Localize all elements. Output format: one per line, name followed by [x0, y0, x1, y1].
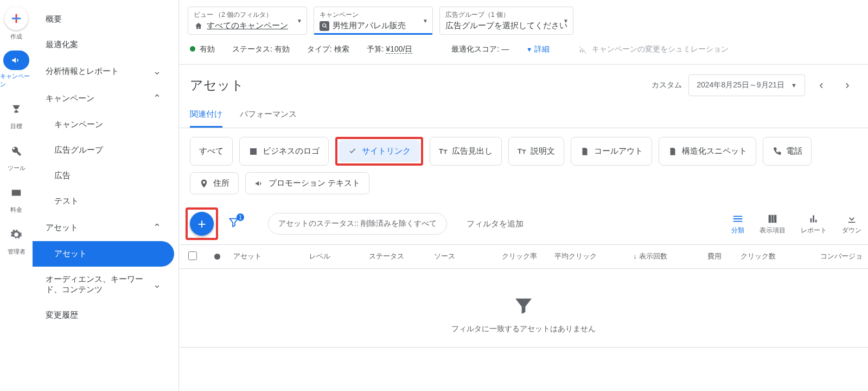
status-opt-score: 最適化スコア: — [451, 45, 509, 54]
plus-icon: + [197, 216, 206, 232]
th-avg-click[interactable]: 平均クリック [542, 245, 602, 268]
th-level[interactable]: レベル [304, 245, 363, 268]
chip-all[interactable]: すべて [190, 137, 233, 166]
sidebar-item-label: オーディエンス、キーワード、コンテンツ [46, 274, 153, 295]
crumb-label: ビュー （2 個のフィルタ） [194, 10, 301, 20]
th-status[interactable] [206, 245, 228, 268]
next-period-button[interactable]: › [838, 75, 857, 95]
chevron-down-icon: ⌄ [153, 65, 161, 77]
tool-label: ダウン [842, 226, 861, 235]
status-details-link[interactable]: ▼ 詳細 [526, 45, 550, 54]
sidebar-assets-group[interactable]: アセット⌃ [33, 214, 174, 241]
page-header: アセット カスタム 2024年8月25日～9月21日 ▼ ‹ › [179, 65, 868, 98]
date-range-selector[interactable]: 2024年8月25日～9月21日 ▼ [688, 74, 805, 96]
rail-goals[interactable]: 目標 [0, 98, 33, 130]
th-source[interactable]: ソース [429, 245, 488, 268]
sidebar-adgroups[interactable]: 広告グループ [33, 137, 174, 163]
sidebar-tests[interactable]: テスト [33, 188, 174, 214]
toolbar: + 1 アセットのステータス:: 削除済みを除くすべて フィルタを追加 分類 表… [179, 203, 868, 244]
image-icon [248, 147, 258, 156]
add-filter-link[interactable]: フィルタを追加 [467, 219, 524, 229]
th-asset[interactable]: アセット [228, 245, 304, 268]
sidebar-audiences[interactable]: オーディエンス、キーワード、コンテンツ⌄ [33, 267, 174, 302]
rail-create[interactable]: 作成 [0, 7, 33, 41]
crumb-value: すべてのキャンペーン [207, 21, 288, 31]
asset-type-chips: すべて ビジネスのロゴ サイトリンク Tᴛ 広告見出し Tᴛ 説明文 コールアウ… [179, 128, 868, 203]
chip-callout[interactable]: コールアウト [571, 137, 652, 166]
sidebar-assets[interactable]: アセット [33, 241, 174, 267]
th-checkbox[interactable] [179, 245, 206, 268]
tool-report[interactable]: レポート [801, 213, 827, 235]
crumb-adgroup[interactable]: 広告グループ（1 個） 広告グループを選択してください ▼ [439, 7, 573, 35]
th-status-text[interactable]: ステータス [363, 245, 429, 268]
chip-logo[interactable]: ビジネスのロゴ [239, 137, 329, 166]
status-budget: 予算: ¥100/日 [367, 45, 413, 54]
crumb-campaign[interactable]: キャンペーン 男性用アパレル販売 ▼ [314, 7, 433, 35]
status-type: タイプ: 検索 [307, 45, 349, 54]
chip-label: 広告見出し [452, 146, 493, 156]
columns-icon [767, 213, 778, 225]
chip-headline[interactable]: Tᴛ 広告見出し [430, 137, 502, 166]
chip-location[interactable]: 住所 [190, 172, 239, 194]
chip-label: 電話 [786, 146, 802, 156]
chip-snippet[interactable]: 構造化スニペット [659, 137, 756, 166]
chip-sitelink[interactable]: サイトリンク [339, 140, 420, 162]
sidebar-insights[interactable]: 分析情報とレポート⌄ [33, 58, 174, 85]
chevron-down-icon: ⌄ [153, 279, 161, 291]
th-cost[interactable]: 費用 [673, 245, 727, 268]
rail-admin[interactable]: 管理者 [0, 224, 33, 256]
date-mode-label: カスタム [652, 80, 682, 90]
tool-segment[interactable]: 分類 [731, 213, 744, 235]
th-clicks[interactable]: クリック数 [727, 245, 781, 268]
th-conversions[interactable]: コンバージョ [781, 245, 868, 268]
filter-pill[interactable]: アセットのステータス:: 削除済みを除くすべて [268, 213, 447, 235]
rail-label: 目標 [10, 122, 22, 130]
crumb-view[interactable]: ビュー （2 個のフィルタ） すべてのキャンペーン ▼ [188, 7, 307, 35]
sidebar-recommendations[interactable]: 最適化案 [33, 32, 174, 58]
table-header-row: アセット レベル ステータス ソース クリック率 平均クリック ↓表示回数 費用… [179, 244, 868, 269]
tool-download[interactable]: ダウン [842, 213, 861, 235]
sidebar-campaigns[interactable]: キャンペーン [33, 112, 174, 137]
chip-description[interactable]: Tᴛ 説明文 [508, 137, 564, 166]
status-simulation-disabled: キャンペーンの変更をシュミレーション [578, 45, 729, 54]
crumb-value: 広告グループを選択してください [445, 21, 567, 31]
empty-text: フィルタに一致するアセットはありません [451, 324, 596, 334]
crumb-label: キャンペーン [320, 10, 427, 20]
add-asset-button[interactable]: + [190, 212, 214, 236]
status-status: ステータス: 有効 [232, 45, 290, 54]
caret-down-icon: ▼ [423, 18, 428, 24]
rail-label: ツール [8, 164, 25, 172]
th-ctr[interactable]: クリック率 [488, 245, 542, 268]
tool-columns[interactable]: 表示項目 [760, 213, 786, 235]
prev-period-button[interactable]: ‹ [812, 75, 831, 95]
rail-label: 作成 [10, 33, 22, 41]
sidebar-history[interactable]: 変更履歴 [33, 302, 174, 328]
filter-button[interactable]: 1 [228, 217, 240, 231]
home-icon [194, 21, 203, 31]
sidebar: 概要 最適化案 分析情報とレポート⌄ キャンペーン⌃ キャンペーン 広告グループ… [33, 0, 179, 391]
rail-campaigns[interactable]: キャンペーン [0, 51, 33, 89]
text-icon: Tᴛ [439, 147, 448, 155]
sidebar-item-label: アセット [54, 249, 87, 259]
chip-promotion[interactable]: プロモーション テキスト [245, 172, 369, 194]
gear-icon [5, 224, 27, 245]
tab-performance[interactable]: パフォーマンス [240, 103, 297, 128]
chip-label: 説明文 [531, 146, 555, 156]
th-impressions[interactable]: ↓表示回数 [602, 245, 673, 268]
sidebar-campaigns-group[interactable]: キャンペーン⌃ [33, 85, 174, 112]
rail-label: 管理者 [8, 248, 25, 256]
tab-associations[interactable]: 関連付け [190, 103, 222, 128]
sidebar-item-label: 概要 [46, 14, 62, 24]
chart-icon [808, 213, 820, 225]
sidebar-overview[interactable]: 概要 [33, 7, 174, 32]
chip-label: ビジネスのロゴ [263, 146, 320, 156]
tool-label: 表示項目 [760, 226, 786, 235]
chevron-up-icon: ⌃ [153, 92, 161, 104]
rail-billing[interactable]: 料金 [0, 182, 33, 214]
sidebar-ads[interactable]: 広告 [33, 163, 174, 188]
tool-label: 分類 [731, 226, 744, 235]
caret-down-icon: ▼ [791, 82, 797, 89]
rail-tools[interactable]: ツール [0, 140, 33, 172]
select-all-checkbox[interactable] [188, 251, 197, 260]
chip-call[interactable]: 電話 [763, 137, 812, 166]
